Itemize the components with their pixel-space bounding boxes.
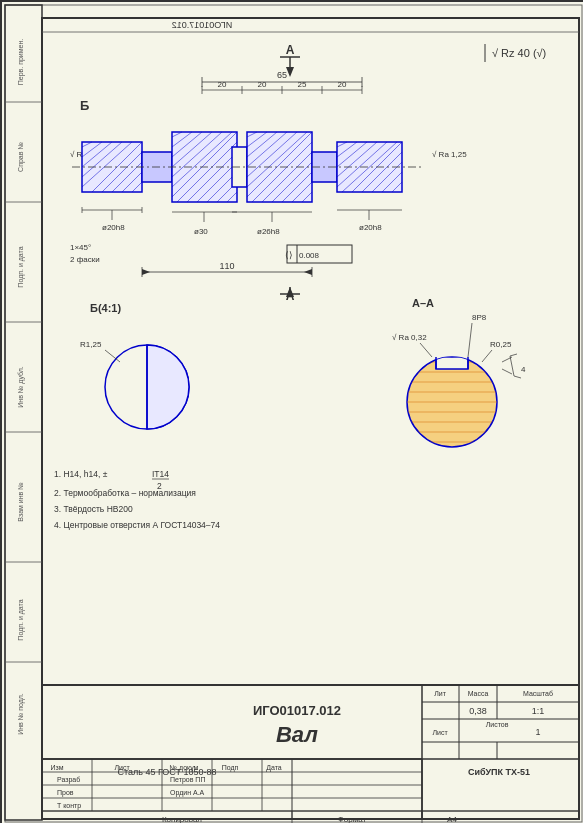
enlarged-label: Б(4:1) [90, 302, 121, 314]
note-4: 4. Центровые отверстия А ГОСТ14034–74 [54, 520, 220, 530]
dim-d2: ø30 [194, 227, 208, 236]
massa-value: 0,38 [469, 706, 487, 716]
note-3: 3. Твёрдость НВ200 [54, 504, 133, 514]
margin-label-2: Справ № [17, 142, 25, 172]
view-label-a-top: А [286, 43, 295, 57]
tkontr-label: Т контр [57, 802, 81, 810]
masshtab-header: Масштаб [523, 690, 553, 697]
massa-header: Масса [468, 690, 489, 697]
prover-name: Ордин А.А [170, 789, 205, 797]
note-1: 1. Н14, h14, ± [54, 469, 108, 479]
chamfer-note-2: 2 фаски [70, 255, 100, 264]
dim-20-mid: 20 [258, 80, 267, 89]
dim-25: 25 [298, 80, 307, 89]
lit-header: Лит [434, 690, 447, 697]
drawing-title: Вал [276, 722, 318, 747]
podp-header: Подп [222, 764, 239, 772]
page: Перв. примен. Справ № Подп. и дата Инв №… [0, 0, 583, 823]
scale-value: 1:1 [532, 706, 545, 716]
r-section: R0,25 [490, 340, 512, 349]
dim-d1: ø20h8 [102, 223, 125, 232]
format-label: Формат [338, 815, 367, 823]
surface-finish-right: √ Ra 1,25 [432, 150, 467, 159]
dim-d3: ø26h8 [257, 227, 280, 236]
note-2: 2. Термообработка – нормализация [54, 488, 196, 498]
surface-finish-section: √ Ra 0,32 [392, 333, 427, 342]
listov-header: Листов [486, 721, 509, 728]
dim-65: 65 [277, 70, 287, 80]
list-header: Лист [432, 729, 448, 736]
margin-label-5: Взам инв № [17, 482, 24, 521]
kopioval-label: Копировал [162, 815, 202, 823]
tolerance-value: 0.008 [299, 251, 320, 260]
dim-20-right: 20 [338, 80, 347, 89]
tolerance-symbol: ⟨⟩ [285, 250, 293, 260]
r-enlarged: R1,25 [80, 340, 102, 349]
margin-label-4: Инв № дубл. [17, 366, 25, 407]
razrab-label: Разраб [57, 776, 80, 784]
svg-rect-124 [436, 357, 468, 369]
org-value: СибУПК ТХ-51 [468, 767, 530, 777]
doc-number-top: ИГО01017.012 [172, 20, 232, 30]
dim-d4: ø20h8 [359, 223, 382, 232]
chamfer-note-1: 1×45° [70, 243, 91, 252]
izm-header: Изм [50, 764, 63, 771]
margin-label-3: Подп. и дата [17, 246, 25, 287]
margin-label-7: Инв № подл. [17, 693, 25, 735]
dim-8p8: 8P8 [472, 313, 487, 322]
data-header: Дата [266, 764, 282, 772]
b-label: Б [80, 98, 89, 113]
razrab-name: Петров ПП [170, 776, 205, 784]
dim-20-left: 20 [218, 80, 227, 89]
listov-value: 1 [535, 727, 540, 737]
prover-label: Пров [57, 789, 74, 797]
ndokum-header: № докум [170, 764, 199, 772]
dim-110: 110 [219, 261, 234, 271]
format-value: А4 [447, 815, 457, 823]
note-1b: IT14 [152, 469, 169, 479]
margin-label-6: Подп. и дата [17, 599, 25, 640]
doc-number-title: ИГО01017.012 [253, 703, 341, 718]
section-label: А–А [412, 297, 434, 309]
list-header2: Лист [114, 764, 130, 771]
surface-finish-main: √ Rz 40 (√) [492, 47, 546, 59]
dim-4: 4 [521, 365, 526, 374]
margin-label-1: Перв. примен. [17, 39, 25, 86]
